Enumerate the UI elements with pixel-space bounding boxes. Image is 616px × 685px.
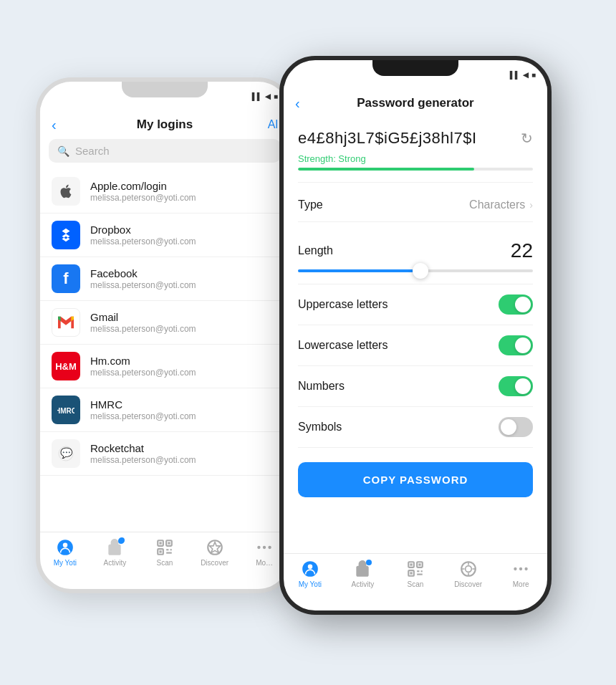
tab-my-yoti-label-dark: My Yoti (299, 580, 322, 588)
facebook-login-info: Facebook melissa.peterson@yoti.com (90, 267, 278, 290)
login-item-apple[interactable]: Apple.com/login melissa.peterson@yoti.co… (40, 170, 289, 214)
refresh-button[interactable]: ↻ (521, 130, 533, 147)
strength-fill (298, 168, 474, 171)
pw-generated-text: e4£8hj3L7$iG5£j38hl7$I (298, 129, 477, 148)
login-item-dropbox[interactable]: Dropbox melissa.peterson@yoti.com (40, 214, 289, 257)
screen-dark: ‹ Password generator e4£8hj3L7$iG5£j38hl… (284, 86, 547, 553)
slider-thumb[interactable] (413, 263, 428, 279)
svg-rect-14 (166, 552, 172, 554)
length-slider[interactable] (298, 269, 533, 272)
tab-discover-label-white: Discover (201, 559, 228, 567)
tab-more-dark[interactable]: More (494, 560, 547, 588)
apple-login-email: melissa.peterson@yoti.com (90, 193, 278, 203)
pw-content: e4£8hj3L7$iG5£j38hl7$I ↻ Strength: Stron… (284, 118, 547, 509)
login-item-gmail[interactable]: Gmail melissa.peterson@yoti.com (40, 301, 289, 345)
numbers-label: Numbers (298, 380, 345, 393)
numbers-row: Numbers (298, 366, 533, 407)
hm-login-name: Hm.com (90, 355, 278, 367)
tab-my-yoti-label-white: My Yoti (54, 559, 77, 567)
slider-fill (298, 269, 420, 272)
svg-rect-30 (417, 574, 423, 575)
tab-bar-dark: My Yoti Activity Scan Discover (284, 553, 547, 610)
length-row: Length 22 (298, 229, 533, 262)
apple-login-info: Apple.com/login melissa.peterson@yoti.co… (90, 180, 278, 203)
svg-point-18 (263, 546, 266, 549)
tab-scan-label-white: Scan (157, 559, 173, 567)
phone-dark: ▌▌ ◀ ■ ‹ Password generator e4£8hj3L7$iG… (279, 56, 552, 615)
hm-login-email: melissa.peterson@yoti.com (90, 368, 278, 378)
strength-bar (298, 168, 533, 171)
uppercase-toggle[interactable] (499, 294, 533, 315)
divider-1 (298, 182, 533, 183)
tab-discover-icon-white (206, 538, 224, 557)
tab-activity-label-white: Activity (104, 559, 127, 567)
tab-discover-label-dark: Discover (454, 580, 482, 588)
tab-bar-white: My Yoti Activity Scan Discover (40, 532, 289, 589)
login-list: Apple.com/login melissa.peterson@yoti.co… (40, 170, 289, 476)
rocketchat-icon: 💬 (52, 439, 80, 468)
login-item-hmrc[interactable]: HMRC HMRC melissa.peterson@yoti.com (40, 388, 289, 432)
notch-dark (372, 60, 458, 76)
login-item-rocketchat[interactable]: 💬 Rocketchat melissa.peterson@yoti.com (40, 432, 289, 476)
length-value: 22 (511, 239, 533, 262)
tab-scan-label-dark: Scan (408, 580, 424, 588)
add-button-white[interactable]: Al (268, 118, 278, 131)
symbols-label: Symbols (298, 421, 342, 433)
svg-marker-16 (209, 542, 220, 552)
status-icons-dark: ▌▌ ◀ ■ (510, 71, 536, 79)
tab-discover-dark[interactable]: Discover (442, 560, 495, 588)
hmrc-icon: HMRC (52, 396, 80, 424)
back-button-white[interactable]: ‹ (52, 117, 57, 133)
svg-point-37 (514, 567, 516, 570)
dropbox-icon (52, 221, 80, 249)
gmail-login-email: melissa.peterson@yoti.com (90, 324, 278, 334)
tab-discover-white[interactable]: Discover (190, 538, 240, 567)
tab-activity-dark[interactable]: Activity (337, 560, 390, 588)
tab-scan-icon-white (155, 538, 174, 557)
tab-my-yoti-dark[interactable]: My Yoti (284, 560, 337, 588)
tab-activity-icon-white (105, 538, 124, 557)
symbols-toggle[interactable] (499, 417, 533, 437)
facebook-login-email: melissa.peterson@yoti.com (90, 280, 278, 290)
facebook-icon: f (52, 264, 80, 293)
type-row[interactable]: Type Characters › (298, 188, 533, 222)
svg-point-17 (257, 546, 260, 549)
svg-rect-25 (410, 563, 412, 565)
login-screen-title: My logins (137, 118, 193, 132)
apple-login-name: Apple.com/login (90, 180, 278, 192)
tab-scan-icon-dark (406, 560, 425, 578)
tab-scan-white[interactable]: Scan (140, 538, 190, 567)
svg-rect-28 (417, 570, 419, 572)
tab-more-icon-dark (511, 560, 530, 578)
tab-scan-dark[interactable]: Scan (389, 560, 442, 588)
numbers-toggle-thumb (515, 378, 531, 394)
facebook-login-name: Facebook (90, 267, 278, 279)
dropbox-login-info: Dropbox melissa.peterson@yoti.com (90, 224, 278, 246)
tab-more-label-dark: More (513, 580, 529, 588)
hm-icon: H&M (52, 352, 80, 380)
search-bar[interactable]: 🔍 Search (49, 139, 281, 163)
tab-activity-label-dark: Activity (352, 580, 375, 588)
back-button-dark[interactable]: ‹ (295, 95, 300, 112)
svg-text:💬: 💬 (60, 447, 73, 459)
lowercase-toggle[interactable] (499, 335, 533, 355)
tab-more-label-white: Mo… (256, 559, 273, 567)
svg-point-32 (465, 566, 471, 573)
pw-generated-row: e4£8hj3L7$iG5£j38hl7$I ↻ (298, 129, 533, 148)
search-icon: 🔍 (57, 145, 69, 157)
svg-point-21 (308, 565, 313, 570)
hmrc-login-name: HMRC (90, 398, 278, 411)
type-label: Type (298, 198, 323, 211)
copy-password-button[interactable]: COPY PASSWORD (298, 462, 533, 497)
login-item-hm[interactable]: H&M Hm.com melissa.peterson@yoti.com (40, 345, 289, 388)
uppercase-row: Uppercase letters (298, 284, 533, 325)
tab-activity-icon-dark (353, 560, 372, 578)
hm-login-info: Hm.com melissa.peterson@yoti.com (90, 355, 278, 378)
svg-rect-10 (168, 542, 170, 544)
tab-my-yoti-icon-white (56, 538, 74, 557)
tab-activity-white[interactable]: Activity (90, 538, 140, 567)
login-item-facebook[interactable]: f Facebook melissa.peterson@yoti.com (40, 257, 289, 301)
lowercase-label: Lowercase letters (298, 339, 388, 352)
tab-my-yoti-white[interactable]: My Yoti (40, 538, 90, 567)
numbers-toggle[interactable] (499, 376, 533, 396)
